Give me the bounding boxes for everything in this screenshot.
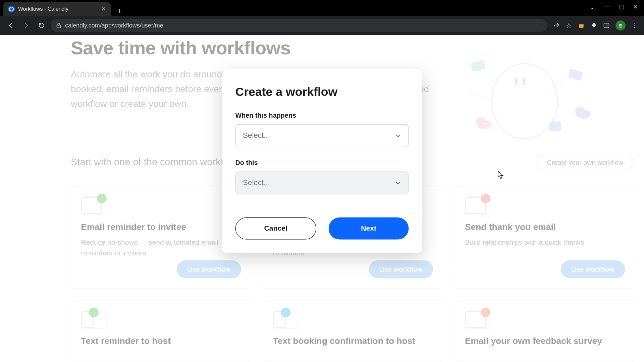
lock-icon bbox=[56, 23, 61, 28]
viewport: Save time with workflows Automate all th… bbox=[0, 35, 644, 362]
svg-rect-3 bbox=[579, 24, 583, 25]
browser-tab[interactable]: Workflows - Calendly ✕ bbox=[3, 2, 111, 16]
bookmark-star-icon[interactable]: ☆ bbox=[566, 21, 572, 29]
browser-frame: Workflows - Calendly ✕ ＋ ⌄ — ✕ calendly bbox=[0, 0, 644, 362]
browser-toolbar: calendly.com/app/workflows/user/me ☆ S ⋮ bbox=[0, 16, 644, 35]
url-text: calendly.com/app/workflows/user/me bbox=[65, 22, 163, 29]
workflows-page: Save time with workflows Automate all th… bbox=[0, 35, 644, 362]
action-placeholder: Select... bbox=[243, 179, 270, 187]
trigger-placeholder: Select... bbox=[243, 131, 270, 140]
forward-button[interactable] bbox=[20, 19, 32, 32]
svg-rect-1 bbox=[57, 25, 61, 28]
sidepanel-icon[interactable] bbox=[603, 22, 609, 28]
reload-button[interactable] bbox=[36, 19, 48, 32]
close-tab-icon[interactable]: ✕ bbox=[101, 5, 106, 13]
close-window-icon[interactable]: ✕ bbox=[633, 3, 638, 11]
extension-badge-icon[interactable] bbox=[578, 22, 585, 29]
chevron-down-icon bbox=[395, 180, 401, 186]
new-tab-button[interactable]: ＋ bbox=[114, 5, 125, 16]
trigger-label: When this happens bbox=[235, 111, 409, 119]
share-icon[interactable] bbox=[553, 22, 560, 29]
trigger-select[interactable]: Select... bbox=[235, 124, 409, 147]
maximize-icon[interactable] bbox=[620, 5, 624, 9]
profile-avatar[interactable]: S bbox=[615, 20, 626, 31]
tab-title: Workflows - Calendly bbox=[18, 6, 68, 12]
svg-rect-4 bbox=[604, 23, 609, 28]
next-button[interactable]: Next bbox=[329, 218, 409, 240]
back-button[interactable] bbox=[5, 19, 17, 32]
cancel-button[interactable]: Cancel bbox=[235, 218, 316, 240]
chevron-down-icon bbox=[395, 132, 401, 138]
toolbar-right: ☆ S ⋮ bbox=[550, 20, 639, 31]
avatar-letter: S bbox=[619, 23, 622, 28]
kebab-menu-icon[interactable]: ⋮ bbox=[632, 22, 637, 29]
create-workflow-modal: Create a workflow When this happens Sele… bbox=[222, 69, 422, 253]
address-bar[interactable]: calendly.com/app/workflows/user/me bbox=[51, 19, 547, 32]
modal-actions: Cancel Next bbox=[235, 218, 409, 240]
action-select[interactable]: Select... bbox=[235, 171, 409, 194]
modal-layer: Create a workflow When this happens Sele… bbox=[0, 35, 644, 362]
minimize-icon[interactable]: — bbox=[603, 1, 611, 10]
calendly-favicon-icon bbox=[8, 6, 15, 12]
window-controls: ⌄ — ✕ bbox=[584, 0, 644, 14]
modal-title: Create a workflow bbox=[235, 85, 409, 99]
extensions-icon[interactable] bbox=[591, 22, 597, 29]
action-label: Do this bbox=[235, 159, 409, 166]
titlebar: Workflows - Calendly ✕ ＋ ⌄ — ✕ bbox=[0, 0, 644, 16]
svg-rect-0 bbox=[620, 5, 624, 9]
tabs-dropdown-icon[interactable]: ⌄ bbox=[590, 3, 595, 11]
